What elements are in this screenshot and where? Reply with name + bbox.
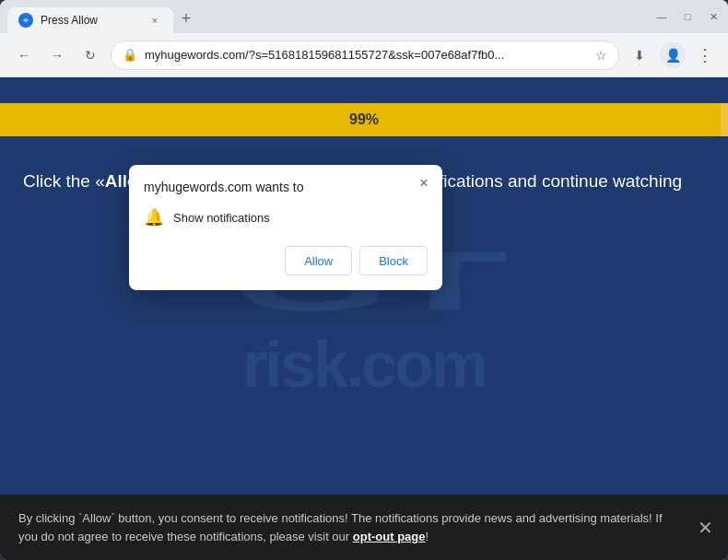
navigation-bar: ← → ↻ 🔒 myhugewords.com/?s=5168181596811… — [0, 33, 728, 77]
close-tab-button[interactable]: × — [147, 13, 162, 28]
progress-text: 99% — [349, 111, 379, 128]
star-icon[interactable]: ☆ — [595, 48, 607, 63]
close-window-button[interactable]: ✕ — [706, 9, 721, 24]
opt-out-link[interactable]: opt-out page — [353, 530, 426, 543]
popup-notification-row: 🔔 Show notifications — [144, 207, 428, 228]
profile-icon: 👤 — [665, 48, 681, 63]
tab-title: Press Allow — [41, 14, 140, 27]
maximize-button[interactable]: □ — [680, 9, 695, 24]
banner-close-button[interactable]: ✕ — [698, 514, 713, 542]
browser-window: Press Allow × + — □ ✕ ← → ↻ 🔒 myhugeword… — [0, 0, 728, 560]
bell-icon: 🔔 — [144, 207, 164, 228]
banner-text-before: By clicking `Allow` button, you consent … — [18, 511, 663, 543]
window-controls: — □ ✕ — [654, 9, 721, 24]
page-content: GT risk.com 99% Click the «Allow» button… — [0, 77, 728, 560]
popup-title: myhugewords.com wants to — [144, 180, 409, 194]
popup-close-button[interactable]: × — [415, 174, 433, 192]
notification-label: Show notifications — [173, 211, 270, 225]
block-button[interactable]: Block — [359, 246, 428, 275]
popup-buttons: Allow Block — [144, 246, 428, 275]
tab-bar: Press Allow × + — [7, 0, 640, 33]
download-indicator[interactable]: ⬇ — [627, 42, 652, 68]
watermark-bottom-text: risk.com — [242, 332, 486, 397]
tab-favicon — [18, 13, 33, 28]
new-tab-button[interactable]: + — [173, 6, 199, 31]
browser-menu-button[interactable]: ⋮ — [693, 41, 717, 69]
notification-popup: × myhugewords.com wants to 🔔 Show notifi… — [129, 165, 442, 290]
banner-text-after: ! — [426, 530, 429, 543]
reload-button[interactable]: ↻ — [77, 42, 103, 68]
allow-button[interactable]: Allow — [285, 246, 352, 275]
title-bar: Press Allow × + — □ ✕ — [0, 0, 728, 33]
main-message-before: Click the « — [23, 171, 105, 191]
lock-icon: 🔒 — [123, 48, 137, 62]
address-bar[interactable]: 🔒 myhugewords.com/?s=516818159681155727&… — [111, 41, 619, 70]
active-tab[interactable]: Press Allow × — [7, 7, 173, 33]
address-text: myhugewords.com/?s=516818159681155727&ss… — [145, 48, 588, 62]
background-watermark: GT risk.com — [0, 77, 728, 560]
forward-button[interactable]: → — [44, 42, 70, 68]
profile-button[interactable]: 👤 — [660, 42, 686, 68]
bottom-banner: By clicking `Allow` button, you consent … — [0, 495, 728, 560]
back-button[interactable]: ← — [11, 42, 37, 68]
progress-bar-container: 99% — [0, 103, 728, 136]
minimize-button[interactable]: — — [654, 9, 669, 24]
